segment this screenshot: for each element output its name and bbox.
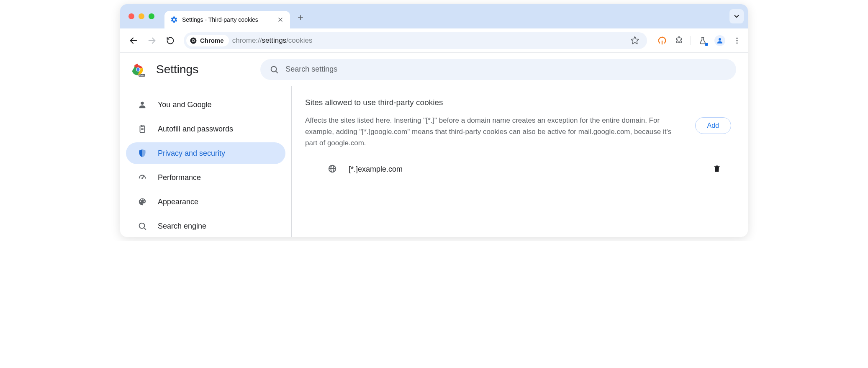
sidebar-item-appearance[interactable]: Appearance [126, 191, 285, 213]
settings-body: You and Google Autofill and passwords Pr… [120, 86, 748, 237]
browser-window: Settings - Third-party cookies [120, 4, 748, 237]
settings-header: Beta Settings [120, 53, 748, 86]
search-settings-input[interactable] [285, 65, 727, 74]
add-button[interactable]: Add [695, 117, 731, 134]
settings-content: Sites allowed to use third-party cookies… [292, 86, 748, 237]
svg-marker-9 [631, 36, 639, 44]
expand-tabs-button[interactable] [729, 9, 744, 23]
settings-title: Settings [156, 63, 198, 76]
settings-sidebar: You and Google Autofill and passwords Pr… [120, 86, 292, 237]
sidebar-item-performance[interactable]: Performance [126, 167, 285, 188]
svg-point-15 [736, 42, 737, 44]
window-maximize-button[interactable] [149, 13, 154, 19]
bookmark-star-icon[interactable] [630, 36, 640, 46]
svg-point-18 [136, 67, 140, 71]
sidebar-item-search-engine[interactable]: Search engine [126, 215, 285, 237]
url-text: chrome://settings/cookies [232, 36, 313, 45]
sidebar-item-autofill[interactable]: Autofill and passwords [126, 118, 285, 140]
person-icon [138, 100, 147, 109]
svg-point-25 [142, 178, 143, 179]
sidebar-item-label: You and Google [158, 100, 211, 109]
site-chip[interactable]: Chrome [186, 35, 229, 46]
svg-point-13 [736, 37, 737, 39]
speedometer-icon [138, 173, 147, 182]
toolbar-separator [691, 36, 691, 45]
site-domain: [*.]example.com [349, 165, 713, 174]
extensions-icon[interactable] [674, 36, 684, 46]
window-controls [124, 13, 158, 19]
extension-openvpn-icon[interactable] [657, 36, 667, 46]
svg-point-8 [193, 39, 195, 41]
globe-icon [328, 164, 337, 175]
tab-title: Settings - Third-party cookies [182, 16, 272, 23]
sidebar-item-label: Autofill and passwords [158, 125, 233, 134]
site-row: [*.]example.com [305, 160, 731, 179]
new-tab-button[interactable] [294, 11, 307, 24]
palette-icon [138, 197, 147, 206]
sidebar-item-you-and-google[interactable]: You and Google [126, 94, 285, 116]
tab-strip: Settings - Third-party cookies [120, 4, 748, 28]
browser-toolbar: Chrome chrome://settings/cookies [120, 28, 748, 53]
kebab-menu-icon[interactable] [732, 36, 742, 46]
window-close-button[interactable] [128, 13, 134, 19]
shield-icon [138, 149, 147, 158]
sidebar-item-label: Privacy and security [158, 149, 225, 158]
labs-icon[interactable] [698, 36, 708, 46]
svg-point-21 [141, 102, 144, 105]
svg-line-20 [276, 71, 277, 72]
svg-point-14 [736, 40, 737, 41]
chrome-logo-icon: Beta [132, 63, 144, 76]
back-button[interactable] [126, 33, 141, 48]
svg-rect-23 [141, 129, 144, 130]
section-heading: Sites allowed to use third-party cookies [305, 98, 731, 107]
svg-point-12 [719, 38, 721, 41]
address-bar[interactable]: Chrome chrome://settings/cookies [184, 32, 647, 49]
forward-button[interactable] [144, 33, 159, 48]
toolbar-actions [657, 35, 742, 46]
reload-button[interactable] [163, 33, 178, 48]
site-chip-label: Chrome [200, 37, 224, 44]
clipboard-icon [138, 124, 147, 134]
delete-site-button[interactable] [713, 165, 721, 175]
window-minimize-button[interactable] [139, 13, 144, 19]
sidebar-item-label: Performance [158, 173, 201, 182]
search-icon [138, 221, 147, 231]
tab-close-button[interactable] [277, 16, 284, 23]
profile-avatar[interactable] [714, 35, 725, 46]
sidebar-item-label: Search engine [158, 222, 206, 231]
sidebar-item-label: Appearance [158, 198, 198, 206]
sidebar-item-privacy-security[interactable]: Privacy and security [126, 142, 285, 164]
search-settings-bar[interactable] [260, 59, 736, 80]
gear-icon [170, 16, 178, 23]
browser-tab[interactable]: Settings - Third-party cookies [164, 11, 290, 28]
search-icon [270, 65, 279, 74]
svg-line-27 [144, 228, 146, 229]
svg-rect-22 [141, 128, 144, 129]
section-description: Affects the sites listed here. Inserting… [305, 115, 678, 149]
